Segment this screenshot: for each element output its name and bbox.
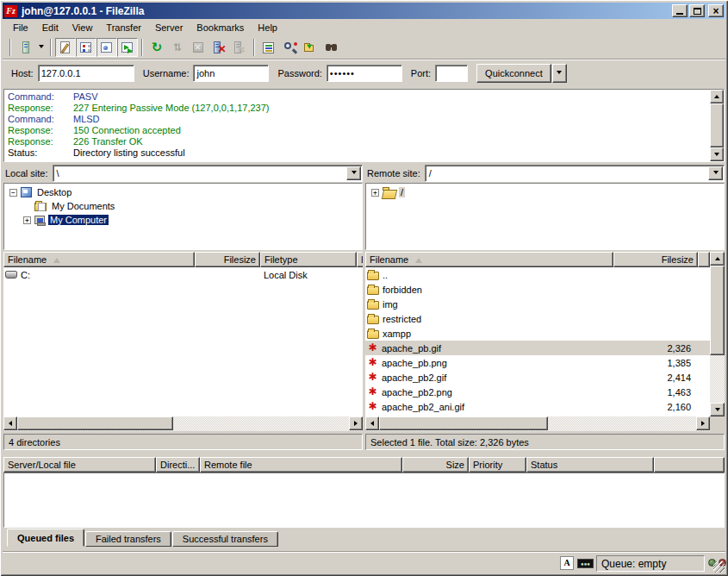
scroll-left-button[interactable] xyxy=(3,416,17,430)
column-status[interactable]: Status xyxy=(526,457,654,473)
username-input[interactable] xyxy=(193,65,269,82)
scroll-left-button[interactable] xyxy=(365,416,379,430)
column-server-local-file[interactable]: Server/Local file xyxy=(3,457,156,473)
remote-list-vscrollbar[interactable] xyxy=(710,252,725,416)
close-button[interactable]: × xyxy=(708,4,724,17)
scroll-down-button[interactable] xyxy=(710,403,725,416)
tree-item-my-documents[interactable]: My Documents xyxy=(4,199,362,213)
column-size[interactable]: Size xyxy=(402,457,469,473)
site-manager-button[interactable] xyxy=(15,38,35,57)
column-priority[interactable]: Priority xyxy=(469,457,526,473)
reconnect-button[interactable]: ↯ xyxy=(229,38,250,57)
password-input[interactable] xyxy=(327,65,402,82)
local-list-body[interactable]: C: Local Disk xyxy=(3,267,363,416)
remote-file-row[interactable]: ✱apache_pb2_ani.gif2,160 xyxy=(365,399,710,414)
process-queue-button[interactable]: ⇅ xyxy=(167,38,188,57)
column-remote-file[interactable]: Remote file xyxy=(200,457,402,473)
minimize-button[interactable] xyxy=(672,4,688,17)
remote-list-body[interactable]: .. forbidden img restricted xampp ✱apach… xyxy=(365,267,710,416)
scroll-right-button[interactable] xyxy=(349,416,363,430)
titlebar[interactable]: Fz john@127.0.0.1 - FileZilla × xyxy=(3,3,725,19)
directory-filters-button[interactable] xyxy=(258,38,279,57)
file-search-button[interactable] xyxy=(279,38,300,57)
expand-icon[interactable]: + xyxy=(371,189,379,197)
column-filetype[interactable]: Filetype xyxy=(260,252,357,267)
expand-icon[interactable]: + xyxy=(23,216,31,224)
remote-file-row[interactable]: xampp xyxy=(365,326,710,341)
local-directory-tree[interactable]: − Desktop My Documents + My Computer xyxy=(3,183,363,250)
my-documents-icon xyxy=(34,203,47,211)
remote-file-row[interactable]: img xyxy=(365,297,710,311)
scroll-right-button[interactable] xyxy=(696,416,710,430)
tab-successful-transfers[interactable]: Successful transfers xyxy=(172,531,278,547)
column-last-modified[interactable]: L xyxy=(357,252,363,267)
column-filename[interactable]: Filename xyxy=(365,252,613,267)
local-site-combo-button[interactable] xyxy=(346,166,361,180)
local-file-row[interactable]: C: Local Disk xyxy=(3,267,363,282)
menu-help[interactable]: Help xyxy=(251,21,284,34)
tree-item-desktop[interactable]: − Desktop xyxy=(4,185,362,199)
quickconnect-dropdown[interactable] xyxy=(552,64,567,83)
toolbar-separator xyxy=(50,39,52,56)
remote-directory-tree[interactable]: + / xyxy=(365,183,725,250)
menu-file[interactable]: File xyxy=(6,21,35,34)
remote-list-hscrollbar[interactable] xyxy=(365,416,710,431)
remote-site-combo[interactable]: / xyxy=(425,165,725,182)
scrollbar-thumb[interactable] xyxy=(17,416,173,430)
scrollbar-thumb[interactable] xyxy=(379,416,548,430)
toggle-transfer-queue-button[interactable] xyxy=(117,38,138,57)
message-log[interactable]: Command:PASV Response:227 Entering Passi… xyxy=(3,89,725,162)
toggle-local-tree-button[interactable] xyxy=(76,38,96,57)
column-filename[interactable]: Filename xyxy=(3,252,195,267)
app-icon[interactable]: Fz xyxy=(4,5,17,17)
queue-body[interactable] xyxy=(3,473,725,528)
speedlimit-icon[interactable]: ▪▪▪ xyxy=(577,559,594,568)
remote-file-row[interactable]: ✱apache_pb2.gif2,414 xyxy=(365,370,710,385)
refresh-button[interactable]: ↻ xyxy=(146,38,167,57)
remote-file-row[interactable]: ✱apache_pb.png1,385 xyxy=(365,355,710,370)
remote-file-row-selected[interactable]: ✱apache_pb.gif2,326 xyxy=(365,341,710,355)
column-filesize[interactable]: Filesize xyxy=(195,252,260,267)
maximize-button[interactable] xyxy=(689,4,705,17)
disconnect-button[interactable]: ✕ xyxy=(208,38,229,57)
menu-server[interactable]: Server xyxy=(148,21,190,34)
quickconnect-button[interactable]: Quickconnect xyxy=(476,64,551,83)
tree-item-my-computer[interactable]: + My Computer xyxy=(4,213,362,227)
scroll-down-button[interactable] xyxy=(710,147,724,161)
collapse-icon[interactable]: − xyxy=(9,189,17,197)
menu-transfer[interactable]: Transfer xyxy=(99,21,148,34)
remote-file-row[interactable]: forbidden xyxy=(365,282,710,297)
local-list-hscrollbar[interactable] xyxy=(3,416,363,431)
remote-tree-panel: Remote site: / + / xyxy=(365,164,725,250)
resize-grip[interactable] xyxy=(713,561,725,573)
scroll-up-button[interactable] xyxy=(710,252,725,266)
toggle-remote-tree-button[interactable] xyxy=(96,38,117,57)
remote-site-combo-button[interactable] xyxy=(708,166,723,180)
sort-ascending-icon xyxy=(53,254,60,263)
toggle-message-log-button[interactable] xyxy=(55,38,76,57)
host-input[interactable] xyxy=(38,65,134,82)
scroll-up-button[interactable] xyxy=(710,90,724,103)
port-input[interactable] xyxy=(435,65,468,82)
chevron-down-icon xyxy=(352,171,357,177)
directory-comparison-button[interactable] xyxy=(300,38,320,57)
remote-file-row[interactable]: .. xyxy=(365,267,710,282)
menu-bookmarks[interactable]: Bookmarks xyxy=(190,21,251,34)
column-filesize[interactable]: Filesize xyxy=(613,252,698,267)
menu-edit[interactable]: Edit xyxy=(35,21,65,34)
tab-failed-transfers[interactable]: Failed transfers xyxy=(85,531,171,547)
log-scrollbar[interactable] xyxy=(710,90,724,161)
cancel-operation-button[interactable]: ✕ xyxy=(188,38,208,57)
local-site-combo[interactable]: \ xyxy=(53,165,363,182)
remote-file-row[interactable]: restricted xyxy=(365,311,710,326)
synchronized-browsing-button[interactable] xyxy=(320,38,341,57)
site-manager-dropdown[interactable] xyxy=(35,38,47,57)
ascii-datatype-icon[interactable]: A xyxy=(560,556,574,570)
column-direction[interactable]: Directi... xyxy=(156,457,200,473)
remote-file-row[interactable]: ✱apache_pb2.png1,463 xyxy=(365,385,710,399)
tree-item-root[interactable]: + / xyxy=(366,185,724,199)
menu-view[interactable]: View xyxy=(65,21,100,34)
scrollbar-thumb[interactable] xyxy=(710,266,725,355)
scrollbar-thumb[interactable] xyxy=(710,103,724,147)
tab-queued-files[interactable]: Queued files xyxy=(7,529,84,547)
